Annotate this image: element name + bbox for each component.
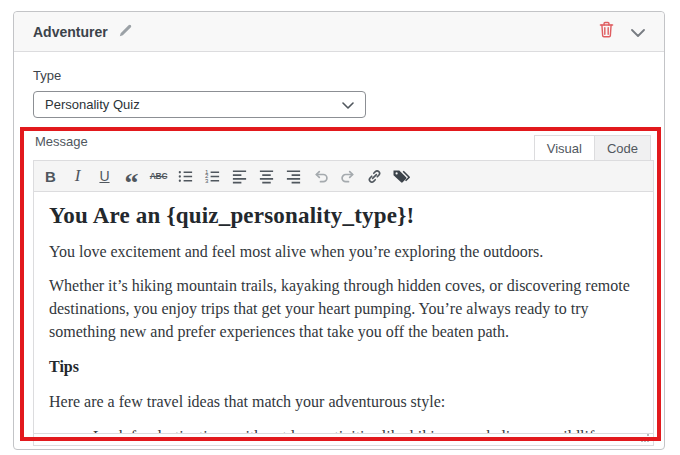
align-center-button[interactable] bbox=[256, 165, 278, 187]
numbered-list-icon: 1 2 3 bbox=[204, 168, 221, 185]
align-right-icon bbox=[285, 168, 302, 185]
result-paragraph-2: Whether it’s hiking mountain trails, kay… bbox=[49, 274, 638, 343]
panel-title: Adventurer bbox=[33, 24, 108, 40]
strikethrough-icon: ABC bbox=[150, 171, 168, 181]
panel-body: Type Personality Quiz Message Visual Cod… bbox=[14, 52, 664, 446]
numbered-list-button[interactable]: 1 2 3 bbox=[202, 165, 224, 187]
undo-button[interactable] bbox=[310, 165, 332, 187]
message-header: Message Visual Code bbox=[33, 133, 654, 160]
tips-list-item: Look for destinations with outdoor activ… bbox=[93, 425, 638, 433]
quiz-result-panel: Adventurer bbox=[13, 11, 665, 450]
redo-button[interactable] bbox=[337, 165, 359, 187]
message-label: Message bbox=[35, 134, 88, 149]
tag-icon bbox=[392, 168, 411, 185]
bold-icon: B bbox=[45, 168, 56, 185]
tag-button[interactable] bbox=[391, 165, 413, 187]
editor-tabs: Visual Code bbox=[534, 135, 651, 160]
tab-visual[interactable]: Visual bbox=[534, 135, 595, 160]
delete-button[interactable] bbox=[599, 21, 614, 42]
link-button[interactable] bbox=[364, 165, 386, 187]
blockquote-button[interactable]: “ bbox=[121, 165, 143, 187]
bullet-list-button[interactable] bbox=[175, 165, 197, 187]
bullet-list-icon bbox=[177, 168, 194, 185]
underline-button[interactable]: U bbox=[94, 165, 116, 187]
result-paragraph-3: Here are a few travel ideas that match y… bbox=[49, 390, 638, 413]
bold-button[interactable]: B bbox=[40, 165, 62, 187]
pencil-icon bbox=[118, 22, 134, 42]
type-select[interactable]: Personality Quiz bbox=[33, 91, 366, 118]
align-center-icon bbox=[258, 168, 275, 185]
blockquote-icon: “ bbox=[125, 178, 139, 188]
tab-code[interactable]: Code bbox=[595, 135, 651, 160]
resize-grabber-icon[interactable] bbox=[647, 440, 649, 442]
redo-icon bbox=[339, 167, 357, 185]
italic-button[interactable]: I bbox=[67, 165, 89, 187]
collapse-button[interactable] bbox=[631, 23, 645, 41]
select-chevron-down-icon bbox=[342, 97, 354, 112]
trash-icon bbox=[599, 21, 614, 42]
editor-statusbar bbox=[34, 433, 653, 445]
underline-icon: U bbox=[99, 168, 109, 184]
type-select-value: Personality Quiz bbox=[45, 97, 140, 112]
panel-header: Adventurer bbox=[14, 12, 664, 52]
edit-title-button[interactable] bbox=[118, 22, 134, 42]
italic-icon: I bbox=[75, 166, 81, 186]
strikethrough-button[interactable]: ABC bbox=[148, 165, 170, 187]
type-label: Type bbox=[33, 68, 654, 83]
result-heading: You Are an {quiz_personality_type}! bbox=[49, 202, 638, 229]
tips-subheading: Tips bbox=[49, 355, 638, 378]
editor-content-area[interactable]: You Are an {quiz_personality_type}! You … bbox=[34, 192, 653, 433]
align-right-button[interactable] bbox=[283, 165, 305, 187]
result-paragraph-1: You love excitement and feel most alive … bbox=[49, 240, 638, 263]
align-left-icon bbox=[231, 168, 248, 185]
message-editor: B I U “ ABC bbox=[33, 160, 654, 446]
editor-toolbar: B I U “ ABC bbox=[34, 161, 653, 192]
svg-text:3: 3 bbox=[205, 176, 209, 183]
align-left-button[interactable] bbox=[229, 165, 251, 187]
link-icon bbox=[366, 168, 383, 185]
undo-icon bbox=[312, 167, 330, 185]
tips-list: Look for destinations with outdoor activ… bbox=[49, 425, 638, 433]
chevron-down-icon bbox=[631, 23, 645, 41]
